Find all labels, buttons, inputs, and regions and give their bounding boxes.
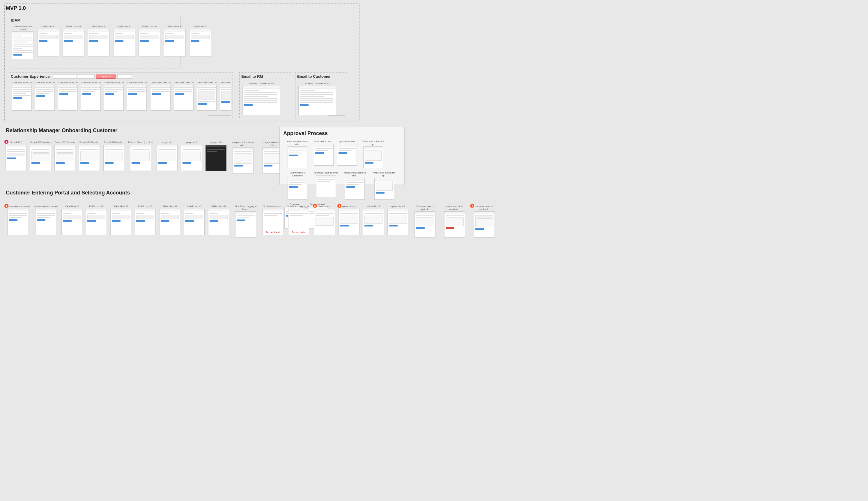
do-not-build-label-10: Do not build — [262, 231, 283, 234]
portal-frame-16[interactable]: Customer enters applicati... — [412, 205, 438, 237]
email-customer-box: Email to Customer validate customer emai… — [295, 72, 347, 118]
cx-frame-3[interactable]: Customer MVP 1.0 — [81, 81, 101, 113]
idam-frame-5[interactable]: IDAM User ID — [139, 25, 160, 59]
cx-frame-8[interactable]: Customer MVP 1.0 — [197, 81, 216, 113]
email-cust-scrollbar[interactable] — [328, 115, 345, 116]
portal-bottom-line — [4, 236, 470, 236]
cx-frame-5[interactable]: Customer MVP 1.0 — [127, 81, 147, 113]
portal-frame-6[interactable]: IDAM User ID — [159, 205, 180, 235]
approval-frame-4[interactable]: Confirmation of submission — [285, 171, 311, 200]
rm-frame-6[interactable]: progress 1 — [157, 141, 178, 171]
portal-frame-17[interactable]: customer enters applicati... — [441, 205, 468, 237]
portal-frame-13[interactable]: 3 upload files 1 — [339, 205, 360, 235]
rm-title: Relationship Manager Onboarding Customer — [6, 128, 117, 134]
cx-highlight-btn[interactable]: highlighted — [96, 75, 116, 78]
idam-title: IDAM — [11, 18, 179, 22]
portal-frame-0[interactable]: 1 validate customer email — [6, 205, 30, 235]
portal-frame-8[interactable]: IDAM User ID — [208, 205, 229, 235]
portal-frames-row: 1 validate customer email validate custo… — [4, 204, 499, 239]
idam-box: IDAM validate customer email — [9, 16, 181, 68]
portal-frame-7[interactable]: IDAM User ID — [184, 205, 205, 235]
cx-frame-7[interactable]: Customer MVP 1.0 — [174, 81, 194, 113]
cx-frame-2[interactable]: Customer MVP 1.0 — [58, 81, 78, 113]
idam-frame-6[interactable]: IDAM User ID — [164, 25, 186, 59]
approval-frame-0[interactable]: enter email address with... — [285, 140, 311, 168]
portal-badge-12: 2 — [313, 204, 317, 208]
cx-frame-0[interactable]: Customer MVP 1.0 — [12, 81, 32, 113]
email-customer-frame-0[interactable]: validate customer email — [298, 82, 336, 115]
cx-search[interactable] — [53, 75, 76, 78]
portal-frame-2[interactable]: IDAM User ID — [62, 205, 82, 235]
do-not-build-label-11: Do not build — [288, 231, 309, 234]
cx-option[interactable] — [117, 75, 132, 78]
idam-frames-row: validate customer email IDAM Use — [11, 24, 179, 60]
portal-title: Customer Entering Portal and Selecting A… — [6, 190, 130, 196]
rm-frame-3[interactable]: Search SB Number — [79, 141, 100, 171]
portal-frame-11[interactable]: First-Time Logging In... Do not build — [287, 205, 311, 235]
idam-frame-2[interactable]: IDAM User ID — [63, 25, 84, 59]
rm-frame-0[interactable]: 1 Search CIF — [6, 141, 26, 171]
email-rm-frame-0[interactable]: validate customer email — [243, 82, 280, 115]
portal-frame-12[interactable]: 2 home screen — [314, 205, 335, 235]
cx-box: Customer Experience highlighted Customer… — [9, 72, 233, 118]
idam-frame-7[interactable]: IDAM User ID — [189, 25, 211, 59]
approval-frame-2[interactable]: approved email — [337, 140, 357, 168]
cx-frame-1[interactable]: Customer MVP 1.0 — [35, 81, 55, 113]
rm-frames-row: 1 Search CIF Search CIF Number — [4, 140, 294, 175]
canvas: MVP 1.0 IDAM validate customer email — [0, 0, 868, 501]
cx-frame-6[interactable]: Customer MVP 1.0 — [151, 81, 171, 113]
portal-frame-1[interactable]: validate customer email — [33, 205, 58, 235]
portal-frame-18[interactable]: 4 customer enters applicati... — [471, 205, 497, 237]
portal-frame-4[interactable]: IDAM User ID — [110, 205, 131, 235]
email-rm-title: Email to RM — [241, 74, 289, 78]
portal-frame-9[interactable]: First Time Logging in User... — [233, 205, 259, 237]
approval-frame-5[interactable]: Approval required email — [314, 171, 339, 200]
approval-frame-3[interactable]: Writer and submit for ap... — [360, 140, 386, 168]
cx-frame-9[interactable]: Customer MVP 1.0 — [220, 81, 231, 113]
email-rm-box: Email to RM validate customer email — [239, 72, 291, 118]
idam-frame-3[interactable]: IDAM User ID — [88, 25, 110, 59]
approval-section-box: Approval Process enter email address wit… — [279, 127, 405, 185]
rm-frame-1[interactable]: Search CIF Number — [30, 141, 51, 171]
rm-frame-8[interactable]: progress 3 — [205, 141, 226, 171]
portal-frame-3[interactable]: IDAM User ID — [86, 205, 107, 235]
portal-badge-18: 4 — [470, 204, 474, 208]
portal-badge-13: 3 — [337, 204, 341, 208]
idam-frame-0[interactable]: validate customer email — [12, 25, 34, 59]
idam-frame-1[interactable]: IDAM User ID — [37, 25, 59, 59]
rm-badge-0: 1 — [4, 140, 9, 144]
approval-frame-1[interactable]: email bottom with... — [314, 140, 334, 168]
portal-frame-10[interactable]: Verification screen Do not build — [262, 205, 283, 235]
portal-frame-15[interactable]: upload files 3 — [387, 205, 408, 235]
portal-frame-14[interactable]: upload files 2 — [363, 205, 384, 235]
rm-frame-9[interactable]: assign email address with... — [230, 141, 256, 173]
rm-frame-5[interactable]: Address Name (created) — [128, 141, 153, 171]
cx-frames-row: Customer MVP 1.0 Customer MVP 1.0 — [11, 80, 231, 114]
approval-frame-7[interactable]: Writer and submit for ap... — [371, 171, 397, 200]
email-customer-title: Email to Customer — [297, 74, 345, 78]
cx-filter[interactable] — [77, 75, 95, 78]
rm-frame-4[interactable]: Export SG Number — [103, 141, 124, 171]
portal-frame-5[interactable]: IDAM User ID — [135, 205, 156, 235]
cx-scrollbar[interactable] — [207, 115, 231, 116]
rm-frame-2[interactable]: Search TID Number — [54, 141, 75, 171]
approval-frame-6[interactable]: Assign email address with... — [342, 171, 368, 200]
rm-frame-7[interactable]: progress 2 — [181, 141, 202, 171]
portal-badge-0: 1 — [4, 204, 9, 208]
cx-title: Customer Experience — [11, 74, 50, 78]
cx-frame-4[interactable]: Customer MVP 1.0 — [104, 81, 124, 113]
approval-title: Approval Process — [283, 130, 401, 137]
idam-frame-4[interactable]: IDAM User ID — [113, 25, 135, 59]
